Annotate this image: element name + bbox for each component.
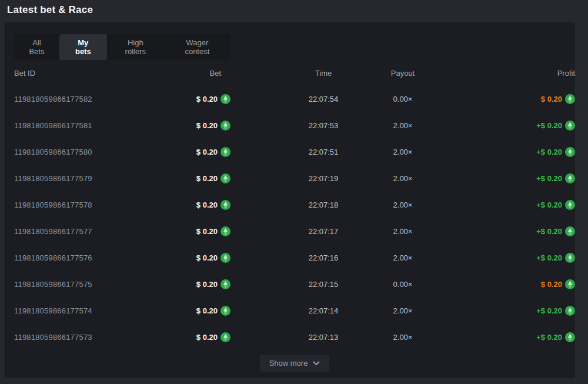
bet-amount: $ 0.20 bbox=[196, 306, 218, 315]
profit-amount: $ 0.20 bbox=[541, 280, 562, 289]
header-bet-id: Bet ID bbox=[14, 69, 155, 78]
table-row[interactable]: 119818059866177578 $ 0.20 22:07:18 2.00×… bbox=[14, 192, 575, 218]
bet-cell: $ 0.20 bbox=[155, 94, 230, 104]
payout-cell: 2.00× bbox=[373, 148, 432, 156]
currency-coin-icon bbox=[220, 279, 230, 289]
payout-cell: 2.00× bbox=[373, 174, 432, 183]
tab-item[interactable]: All Bets bbox=[14, 34, 59, 60]
table-row[interactable]: 119818059866177574 $ 0.20 22:07:14 2.00×… bbox=[14, 298, 575, 324]
table-body: 119818059866177582 $ 0.20 22:07:54 0.00×… bbox=[14, 86, 575, 350]
bet-amount: $ 0.20 bbox=[196, 253, 218, 262]
currency-coin-icon bbox=[220, 332, 230, 342]
payout-cell: 2.00× bbox=[373, 333, 432, 342]
table-row[interactable]: 119818059866177582 $ 0.20 22:07:54 0.00×… bbox=[14, 86, 575, 112]
bet-cell: $ 0.20 bbox=[155, 226, 230, 236]
currency-coin-icon bbox=[565, 94, 575, 104]
currency-coin-icon bbox=[565, 173, 575, 183]
profit-cell: +$ 0.20 bbox=[432, 147, 575, 157]
table-row[interactable]: 119818059866177576 $ 0.20 22:07:16 2.00×… bbox=[14, 245, 575, 271]
bet-cell: $ 0.20 bbox=[155, 332, 230, 342]
time-cell: 22:07:19 bbox=[279, 174, 368, 183]
bet-cell: $ 0.20 bbox=[155, 200, 230, 210]
time-cell: 22:07:16 bbox=[279, 253, 368, 262]
currency-coin-icon bbox=[220, 306, 230, 316]
bet-amount: $ 0.20 bbox=[196, 333, 218, 342]
currency-coin-icon bbox=[565, 147, 575, 157]
bet-id-cell: 119818059866177577 bbox=[14, 227, 155, 236]
time-cell: 22:07:14 bbox=[279, 306, 368, 315]
bet-id-cell: 119818059866177578 bbox=[14, 201, 155, 209]
bet-id-cell: 119818059866177580 bbox=[14, 148, 155, 156]
profit-cell: $ 0.20 bbox=[432, 94, 575, 104]
table-row[interactable]: 119818059866177575 $ 0.20 22:07:15 0.00×… bbox=[14, 271, 575, 298]
payout-cell: 0.00× bbox=[373, 95, 432, 103]
payout-cell: 0.00× bbox=[373, 280, 432, 289]
bet-amount: $ 0.20 bbox=[196, 174, 218, 183]
tab-label: All Bets bbox=[25, 38, 49, 56]
profit-amount: +$ 0.20 bbox=[536, 306, 562, 315]
bet-cell: $ 0.20 bbox=[155, 147, 230, 157]
table-row[interactable]: 119818059866177580 $ 0.20 22:07:51 2.00×… bbox=[14, 139, 575, 165]
table-row[interactable]: 119818059866177573 $ 0.20 22:07:13 2.00×… bbox=[14, 324, 575, 350]
profit-amount: +$ 0.20 bbox=[536, 148, 562, 156]
time-cell: 22:07:17 bbox=[279, 227, 368, 236]
profit-cell: +$ 0.20 bbox=[432, 332, 575, 342]
profit-amount: +$ 0.20 bbox=[536, 333, 562, 342]
page-title: Latest bet & Race bbox=[7, 4, 93, 16]
bet-id-cell: 119818059866177573 bbox=[14, 333, 155, 342]
payout-cell: 2.00× bbox=[373, 121, 432, 130]
currency-coin-icon bbox=[220, 94, 230, 104]
bet-amount: $ 0.20 bbox=[196, 121, 218, 130]
time-cell: 22:07:54 bbox=[279, 95, 368, 103]
profit-cell: +$ 0.20 bbox=[432, 226, 575, 236]
bet-cell: $ 0.20 bbox=[155, 253, 230, 263]
tab-label: Wager contest bbox=[175, 38, 220, 56]
bets-table: Bet ID Bet Time Payout Profit 1198180598… bbox=[14, 60, 575, 372]
profit-amount: +$ 0.20 bbox=[536, 227, 562, 236]
bet-id-cell: 119818059866177576 bbox=[14, 253, 155, 262]
bet-amount: $ 0.20 bbox=[196, 148, 218, 156]
tab-item[interactable]: My bets bbox=[59, 34, 107, 60]
currency-coin-icon bbox=[565, 121, 575, 131]
time-cell: 22:07:13 bbox=[279, 333, 368, 342]
profit-amount: +$ 0.20 bbox=[536, 253, 562, 262]
payout-cell: 2.00× bbox=[373, 306, 432, 315]
tab-label: My bets bbox=[70, 38, 96, 56]
show-more-button[interactable]: Show more bbox=[260, 355, 330, 372]
header-time: Time bbox=[279, 69, 368, 78]
bet-id-cell: 119818059866177574 bbox=[14, 306, 155, 315]
bets-tab-bar: All Bets My bets High rollers Wager cont… bbox=[14, 34, 230, 60]
currency-coin-icon bbox=[220, 200, 230, 210]
tab-item[interactable]: Wager contest bbox=[164, 34, 230, 60]
bet-amount: $ 0.20 bbox=[196, 280, 218, 289]
header-bet: Bet bbox=[155, 69, 230, 78]
bet-amount: $ 0.20 bbox=[196, 95, 218, 103]
time-cell: 22:07:53 bbox=[279, 121, 368, 130]
currency-coin-icon bbox=[220, 147, 230, 157]
time-cell: 22:07:51 bbox=[279, 148, 368, 156]
currency-coin-icon bbox=[565, 306, 575, 316]
bet-cell: $ 0.20 bbox=[155, 306, 230, 316]
currency-coin-icon bbox=[220, 173, 230, 183]
time-cell: 22:07:15 bbox=[279, 280, 368, 289]
currency-coin-icon bbox=[565, 253, 575, 263]
table-header-row: Bet ID Bet Time Payout Profit bbox=[14, 60, 575, 86]
bet-cell: $ 0.20 bbox=[155, 173, 230, 183]
show-more-label: Show more bbox=[269, 359, 308, 368]
table-row[interactable]: 119818059866177581 $ 0.20 22:07:53 2.00×… bbox=[14, 112, 575, 139]
bet-id-cell: 119818059866177582 bbox=[14, 95, 155, 103]
currency-coin-icon bbox=[565, 200, 575, 210]
bet-amount: $ 0.20 bbox=[196, 227, 218, 236]
profit-cell: +$ 0.20 bbox=[432, 253, 575, 263]
tab-item[interactable]: High rollers bbox=[107, 34, 164, 60]
latest-bets-panel: All Bets My bets High rollers Wager cont… bbox=[5, 22, 575, 378]
profit-cell: +$ 0.20 bbox=[432, 200, 575, 210]
currency-coin-icon bbox=[565, 226, 575, 236]
bet-id-cell: 119818059866177581 bbox=[14, 121, 155, 130]
header-profit: Profit bbox=[432, 69, 575, 78]
table-row[interactable]: 119818059866177579 $ 0.20 22:07:19 2.00×… bbox=[14, 165, 575, 192]
profit-cell: $ 0.20 bbox=[432, 279, 575, 289]
profit-cell: +$ 0.20 bbox=[432, 173, 575, 183]
tab-label: High rollers bbox=[118, 38, 153, 56]
table-row[interactable]: 119818059866177577 $ 0.20 22:07:17 2.00×… bbox=[14, 218, 575, 245]
